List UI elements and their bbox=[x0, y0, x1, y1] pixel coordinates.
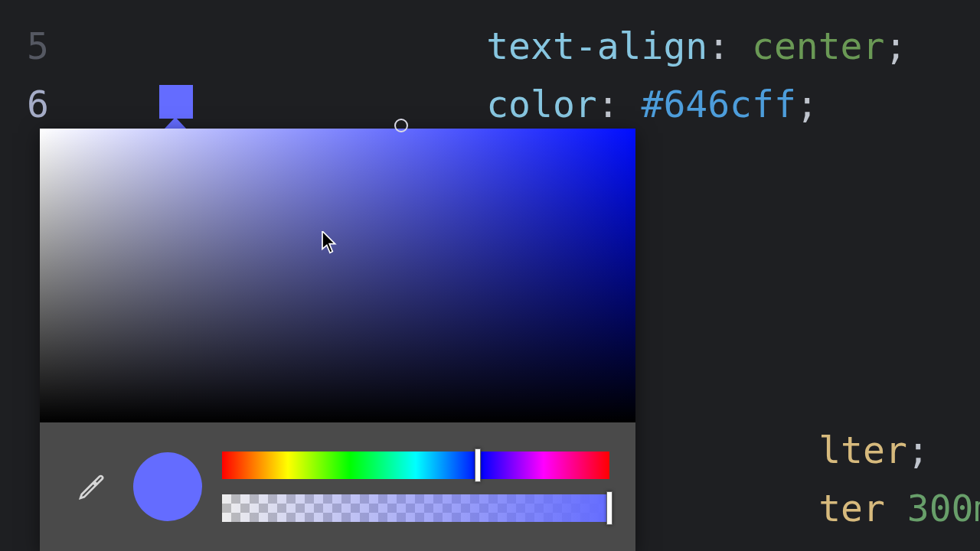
hue-thumb[interactable] bbox=[475, 448, 481, 482]
alpha-slider[interactable] bbox=[222, 494, 609, 522]
current-color-preview bbox=[133, 452, 202, 521]
saturation-value-panel[interactable] bbox=[40, 129, 635, 422]
code-line-current[interactable]: 6 color: #646cff; bbox=[67, 75, 980, 133]
sv-indicator[interactable] bbox=[394, 119, 408, 132]
slider-group bbox=[222, 452, 609, 522]
eyedropper-button[interactable] bbox=[70, 465, 113, 508]
picker-controls bbox=[40, 422, 635, 551]
color-picker-popover bbox=[40, 129, 635, 551]
hue-slider[interactable] bbox=[222, 452, 609, 479]
alpha-thumb[interactable] bbox=[606, 491, 612, 525]
hue-track bbox=[222, 452, 609, 479]
line-number: 5 bbox=[0, 24, 67, 67]
color-swatch-inline[interactable] bbox=[159, 85, 193, 119]
alpha-track bbox=[222, 494, 609, 522]
swatch-arrow-icon bbox=[164, 117, 187, 129]
eyedropper-icon bbox=[77, 471, 107, 502]
line-number: 6 bbox=[0, 83, 67, 126]
